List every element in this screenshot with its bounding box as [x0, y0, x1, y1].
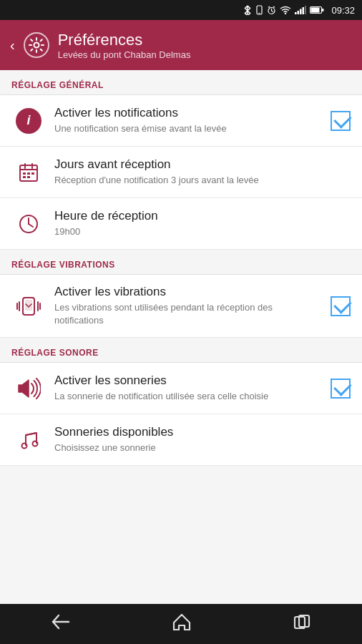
svg-rect-13 [305, 6, 306, 14]
pref-title-vibrate: Activer les vibrations [54, 285, 323, 299]
pref-desc-notifications: Une notification sera émise avant la lev… [54, 122, 323, 135]
preferences-content: RÉGLAGE GÉNÉRALiActiver les notification… [0, 70, 362, 604]
pref-title-notifications: Activer les notifications [54, 106, 323, 120]
svg-point-37 [33, 441, 38, 446]
pref-item-sonneries[interactable]: Activer les sonneriesLa sonnerie de noti… [0, 363, 362, 414]
svg-line-6 [268, 6, 270, 8]
nav-home-button[interactable] [172, 613, 191, 635]
section-header-general: RÉGLAGE GÉNÉRAL [0, 70, 362, 95]
svg-rect-25 [23, 176, 26, 178]
app-header: ‹ Préférences Levées du pont Chaban Delm… [0, 20, 362, 70]
pref-text-sonneries: Activer les sonneriesLa sonnerie de noti… [54, 374, 323, 403]
checkbox-vibrate[interactable] [331, 296, 351, 316]
header-text: Préférences Levées du pont Chaban Delmas [58, 31, 191, 60]
svg-rect-22 [23, 172, 26, 175]
pref-item-time[interactable]: Heure de réception19h00 [0, 198, 362, 250]
svg-line-7 [273, 6, 275, 8]
calendar-icon [16, 160, 41, 185]
bottom-navigation [0, 604, 362, 644]
svg-rect-9 [295, 12, 297, 14]
svg-rect-23 [27, 172, 30, 175]
pref-desc-days: Réception d'une notification 3 jours ava… [54, 174, 351, 187]
battery-icon [310, 6, 324, 14]
status-bar: 09:32 [0, 0, 362, 20]
section-vibrations: RÉGLAGE VIBRATIONS Activer les vibration… [0, 250, 362, 338]
svg-line-29 [29, 224, 33, 227]
svg-rect-11 [300, 9, 302, 15]
signal-icon [295, 6, 306, 14]
phone-icon [255, 5, 263, 15]
checkbox-sonneries[interactable] [331, 379, 351, 399]
pref-desc-time: 19h00 [54, 225, 351, 238]
back-button[interactable]: ‹ [10, 37, 15, 54]
pref-item-sonneries-dispo[interactable]: Sonneries disponiblesChoisissez une sonn… [0, 414, 362, 466]
clock-icon [16, 211, 41, 237]
pref-item-notifications[interactable]: iActiver les notificationsUne notificati… [0, 95, 362, 147]
svg-rect-15 [311, 8, 320, 13]
pref-title-days: Jours avant réception [54, 157, 351, 172]
pref-title-sonneries-dispo: Sonneries disponibles [54, 425, 351, 439]
svg-rect-24 [31, 172, 34, 175]
pref-desc-vibrate: Les vibrations sont utilisées pendant la… [54, 301, 323, 327]
pref-text-sonneries-dispo: Sonneries disponiblesChoisissez une sonn… [54, 425, 351, 454]
pref-text-days: Jours avant réceptionRéception d'une not… [54, 157, 351, 187]
settings-icon [24, 32, 49, 58]
pref-item-days[interactable]: Jours avant réceptionRéception d'une not… [0, 147, 362, 198]
svg-line-38 [26, 433, 36, 435]
pref-title-time: Heure de réception [54, 209, 351, 223]
header-subtitle: Levées du pont Chaban Delmas [58, 49, 191, 60]
info-icon: i [16, 108, 41, 134]
svg-line-5 [272, 11, 273, 12]
header-title: Préférences [58, 31, 191, 49]
status-icons: 09:32 [243, 5, 355, 16]
bluetooth-icon [243, 5, 252, 15]
svg-rect-10 [298, 11, 300, 14]
svg-point-8 [285, 13, 286, 14]
alarm-icon [267, 6, 276, 15]
svg-rect-16 [322, 9, 324, 11]
svg-point-36 [22, 443, 27, 448]
section-header-sound: RÉGLAGE SONORE [0, 338, 362, 363]
svg-point-17 [34, 43, 39, 48]
sound-icon [16, 376, 41, 401]
pref-desc-sonneries: La sonnerie de notification utilisée ser… [54, 390, 323, 403]
svg-rect-12 [303, 7, 305, 14]
section-sound: RÉGLAGE SONORE Activer les sonneriesLa s… [0, 338, 362, 466]
status-time: 09:32 [331, 5, 355, 16]
nav-back-button[interactable] [52, 614, 70, 634]
pref-text-vibrate: Activer les vibrationsLes vibrations son… [54, 285, 323, 327]
nav-recent-button[interactable] [293, 614, 310, 634]
section-header-vibrations: RÉGLAGE VIBRATIONS [0, 250, 362, 275]
wifi-icon [280, 6, 291, 14]
svg-rect-26 [27, 176, 30, 178]
pref-text-notifications: Activer les notificationsUne notificatio… [54, 106, 323, 135]
pref-title-sonneries: Activer les sonneries [54, 374, 323, 388]
pref-text-time: Heure de réception19h00 [54, 209, 351, 238]
vibrate-icon [16, 293, 41, 319]
section-general: RÉGLAGE GÉNÉRALiActiver les notification… [0, 70, 362, 250]
pref-desc-sonneries-dispo: Choisissez une sonnerie [54, 441, 351, 454]
music-icon [16, 427, 41, 453]
checkbox-notifications[interactable] [331, 111, 351, 131]
pref-item-vibrate[interactable]: Activer les vibrationsLes vibrations son… [0, 275, 362, 338]
